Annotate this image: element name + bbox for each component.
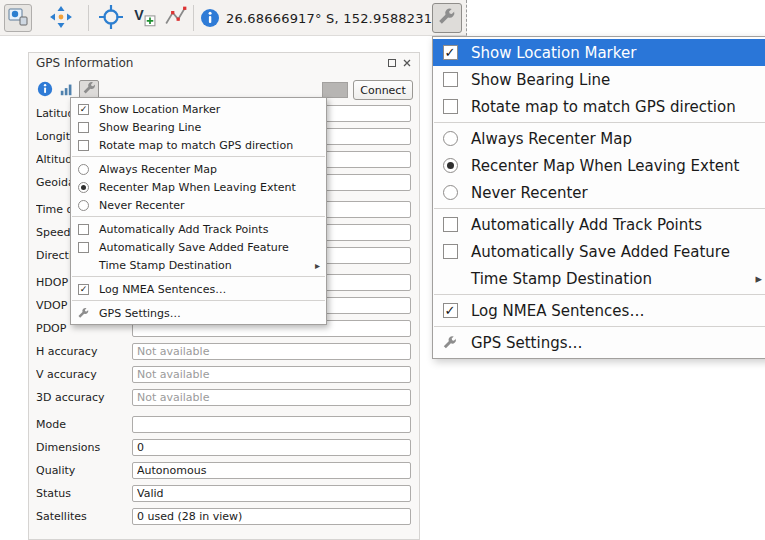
crosshair-icon [99,5,123,32]
checkbox-unchecked-icon [78,224,89,235]
gps-options-menu: ✓Show Location MarkerShow Bearing LineRo… [70,97,327,325]
field-value-3d-accuracy[interactable] [132,389,411,406]
menu-item-label: Automatically Add Track Points [99,223,268,236]
checkbox-unchecked-icon [78,140,89,151]
float-panel-icon[interactable] [387,58,397,68]
recenter-map-button[interactable] [46,4,76,32]
close-panel-icon[interactable] [402,58,412,68]
menu-indicator-empty [442,271,458,287]
checkbox-checked-icon: ✓ [78,284,89,295]
menu-item-label: Show Bearing Line [99,121,201,134]
menu-indicator [442,99,458,115]
field-value-v-accuracy[interactable] [132,366,411,383]
menu-separator [72,216,325,217]
menu-indicator [77,121,90,134]
panel-title: GPS Information [36,56,133,70]
gps-settings-button[interactable] [432,3,462,33]
radio-unselected-icon [443,185,458,200]
menu-item-show-bearing-line[interactable]: Show Bearing Line [433,66,765,93]
connect-button[interactable]: Connect [353,80,413,100]
menu-item-automatically-save-added-feature[interactable]: Automatically Save Added Feature [71,238,326,256]
menu-item-recenter-map-when-leaving-extent[interactable]: Recenter Map When Leaving Extent [433,152,765,179]
field-value-status[interactable] [132,485,411,502]
submenu-arrow-icon: ▸ [755,271,762,286]
menu-item-label: Never Recenter [99,199,185,212]
menu-item-automatically-add-track-points[interactable]: Automatically Add Track Points [433,211,765,238]
menu-item-recenter-map-when-leaving-extent[interactable]: Recenter Map When Leaving Extent [71,178,326,196]
wrench-icon [437,7,457,30]
menu-item-rotate-map-to-match-gps-direction[interactable]: Rotate map to match GPS direction [71,136,326,154]
menu-item-label: Show Bearing Line [471,71,610,89]
menu-indicator: ✓ [77,103,90,116]
gps-information-panel-icon [7,6,29,31]
field-row-3d-accuracy: 3D accuracy [36,389,411,406]
menu-item-time-stamp-destination[interactable]: Time Stamp Destination▸ [433,265,765,292]
gps-information-panel-button[interactable] [4,4,32,32]
menu-item-always-recenter-map[interactable]: Always Recenter Map [71,160,326,178]
menu-item-show-location-marker[interactable]: ✓Show Location Marker [433,39,765,66]
menu-item-gps-settings[interactable]: GPS Settings… [71,304,326,322]
menu-item-label: Automatically Save Added Feature [99,241,289,254]
track-icon [164,5,188,32]
menu-separator [434,122,765,123]
menu-indicator: ✓ [442,303,458,319]
menu-item-log-nmea-sentences[interactable]: ✓Log NMEA Sentences… [71,280,326,298]
menu-indicator [77,223,90,236]
radio-unselected-icon [78,200,89,211]
field-row-mode: Mode [36,416,411,433]
checkbox-unchecked-icon [443,99,458,114]
menu-item-label: Rotate map to match GPS direction [471,98,736,116]
gps-coordinates-display: 26.68666917° S, 152.95882317° E [226,0,460,36]
menu-item-never-recenter[interactable]: Never Recenter [71,196,326,214]
add-track-point-button[interactable]: V [129,4,159,32]
field-row-dimensions: Dimensions [36,439,411,456]
menu-item-time-stamp-destination[interactable]: Time Stamp Destination▸ [71,256,326,274]
checkbox-checked-icon: ✓ [443,45,458,60]
track-button[interactable] [161,4,191,32]
menu-item-rotate-map-to-match-gps-direction[interactable]: Rotate map to match GPS direction [433,93,765,120]
menu-indicator [77,139,90,152]
field-label-satellites: Satellites [36,510,132,523]
menu-item-label: Log NMEA Sentences… [99,283,226,296]
field-value-quality[interactable] [132,462,411,479]
menu-item-gps-settings[interactable]: GPS Settings… [433,329,765,356]
menu-separator [434,208,765,209]
field-value-h-accuracy[interactable] [132,343,411,360]
menu-item-show-bearing-line[interactable]: Show Bearing Line [71,118,326,136]
menu-separator [72,156,325,157]
menu-indicator-empty [77,259,90,272]
menu-indicator [77,241,90,254]
menu-separator [434,294,765,295]
radio-selected-icon [78,182,89,193]
menu-indicator: ✓ [442,45,458,61]
checkbox-checked-icon: ✓ [78,104,89,115]
menu-indicator [442,131,458,147]
field-row-v-accuracy: V accuracy [36,366,411,383]
menu-item-automatically-add-track-points[interactable]: Automatically Add Track Points [71,220,326,238]
toolbar-separator-2 [193,5,194,31]
menu-separator [72,300,325,301]
menu-indicator [77,163,90,176]
gps-connection-status-indicator [322,82,348,98]
info-icon [200,8,220,28]
menu-item-label: Show Location Marker [471,44,636,62]
checkbox-checked-icon: ✓ [443,303,458,318]
checkbox-unchecked-icon [443,217,458,232]
radio-unselected-icon [78,164,89,175]
field-value-satellites[interactable] [132,508,411,525]
field-label-v-accuracy: V accuracy [36,368,132,381]
recenter-crosshair-button[interactable] [96,4,126,32]
menu-item-log-nmea-sentences[interactable]: ✓Log NMEA Sentences… [433,297,765,324]
menu-item-label: GPS Settings… [471,334,582,352]
radio-selected-icon [443,158,458,173]
menu-item-always-recenter-map[interactable]: Always Recenter Map [433,125,765,152]
field-value-mode[interactable] [132,416,411,433]
position-info-tab-button[interactable] [35,80,55,100]
field-value-dimensions[interactable] [132,439,411,456]
menu-item-never-recenter[interactable]: Never Recenter [433,179,765,206]
field-row-h-accuracy: H accuracy [36,343,411,360]
field-row-status: Status [36,485,411,502]
menu-item-automatically-save-added-feature[interactable]: Automatically Save Added Feature [433,238,765,265]
menu-indicator [442,72,458,88]
menu-item-show-location-marker[interactable]: ✓Show Location Marker [71,100,326,118]
